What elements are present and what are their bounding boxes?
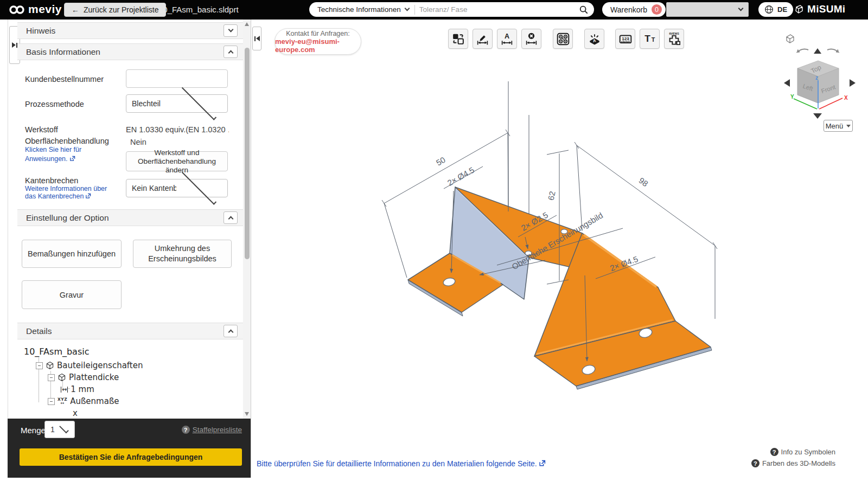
kantenbrechen-link-line1[interactable]: Weitere Informationen über xyxy=(25,185,107,192)
section-hinweis[interactable]: Hinweis xyxy=(17,22,243,39)
six-views-button[interactable]: 6VIEWS xyxy=(664,29,684,49)
section-basis-title: Basis Informationen xyxy=(26,47,224,57)
confirm-request-button[interactable]: Bestätigen Sie die Anfragebedingungen xyxy=(20,448,242,466)
arrow-left-icon: ← xyxy=(72,5,79,14)
menge-select[interactable]: 1 xyxy=(44,421,75,438)
model-viewport[interactable]: 50 2× Ø4.5 62 98 2× Ø2.5 Oberfläche Ersc… xyxy=(326,81,732,407)
section-details[interactable]: Details xyxy=(17,323,243,339)
cart-button[interactable]: Warenkorb 0 xyxy=(602,2,666,17)
triangle-left-icon xyxy=(256,36,260,41)
view-menu-button[interactable]: Menü xyxy=(824,120,853,132)
tree-collapse-box[interactable] xyxy=(36,362,43,369)
tree-collapse-box[interactable] xyxy=(48,398,55,405)
triangle-right-icon xyxy=(12,42,16,48)
scrollbar-thumb[interactable] xyxy=(245,48,250,259)
rotate-right-arrow[interactable] xyxy=(827,49,838,52)
rotate-up-arrow[interactable] xyxy=(814,48,821,54)
rotate-right-triangle[interactable] xyxy=(850,79,856,87)
canvas-collapse-handle[interactable] xyxy=(252,27,261,50)
tree-item-bauteileigenschaften[interactable]: Bauteileigenschaften xyxy=(36,361,143,370)
tree-item-label: Plattendicke xyxy=(69,373,119,382)
search-category-dropdown[interactable]: Technische Informationen xyxy=(309,5,414,14)
prozessmethode-select[interactable]: Blechteil xyxy=(126,94,228,113)
anweisungen-link-line2[interactable]: Anweisungen. xyxy=(25,155,75,163)
language-button[interactable]: DE xyxy=(758,2,793,17)
logo-text: meviy xyxy=(28,3,62,16)
header-select[interactable] xyxy=(666,2,749,17)
rotate-left-triangle[interactable] xyxy=(784,79,790,87)
tree-root[interactable]: 10_FAsm_basic xyxy=(24,346,90,357)
model-colors-link[interactable]: ? Farben des 3D-Modells xyxy=(738,459,835,467)
option-collapse-button[interactable] xyxy=(224,211,238,224)
question-icon: ? xyxy=(751,459,760,467)
replace-shape-icon xyxy=(451,32,465,46)
basis-collapse-button[interactable] xyxy=(224,46,238,58)
tree-collapse-box[interactable] xyxy=(48,374,55,381)
details-collapse-button[interactable] xyxy=(224,325,238,337)
section-option-title: Einstellung der Option xyxy=(26,213,224,223)
search-icon[interactable] xyxy=(579,5,589,15)
svg-text:A: A xyxy=(505,33,509,40)
umkehrung-line1: Umkehrung des xyxy=(155,243,210,254)
cube-icon xyxy=(46,361,54,370)
werkstoff-aendern-button[interactable]: Werkstoff und Oberflächenbehandlung ände… xyxy=(126,151,228,171)
oberflaeche-label: Oberflächenbehandlung xyxy=(25,137,109,145)
cart-count-badge: 0 xyxy=(652,4,662,15)
kantenbrechen-select[interactable]: Kein Kantenbrechen (K… xyxy=(126,179,228,197)
delete-dimension-button[interactable] xyxy=(521,29,541,49)
font-size-button[interactable]: T T xyxy=(640,29,660,49)
replace-shape-button[interactable] xyxy=(448,29,468,49)
kantenbrechen-link-line2[interactable]: das Kantenbrechen xyxy=(25,192,91,200)
hinweis-expand-button[interactable] xyxy=(224,24,238,37)
search-input[interactable] xyxy=(415,5,579,14)
contact-email-link[interactable]: meviy-eu@misumi-europe.com xyxy=(275,37,361,54)
iso-view-icon[interactable] xyxy=(787,35,794,43)
dim-width: 50 xyxy=(435,155,447,168)
rotate-left-arrow[interactable] xyxy=(797,49,808,52)
tree-item-plattendicke[interactable]: Plattendicke xyxy=(48,373,119,382)
section-option[interactable]: Einstellung der Option xyxy=(17,209,243,226)
info-symbols-link[interactable]: ? Info zu Symbolen xyxy=(738,448,835,456)
chevron-up-icon xyxy=(228,50,233,56)
sidebar-scrollbar[interactable] xyxy=(243,20,251,419)
contact-label: Kontakt für Anfragen: xyxy=(286,30,349,37)
scroll-down-arrow[interactable] xyxy=(245,412,249,416)
gravur-button[interactable]: Gravur xyxy=(22,280,122,309)
rotate-down-arrow[interactable] xyxy=(813,113,822,119)
language-label: DE xyxy=(777,5,787,14)
back-to-projects-button[interactable]: ← Zurück zur Projektliste xyxy=(64,3,166,17)
werkstoff-aendern-line2: Oberflächenbehandlung ändern xyxy=(126,157,227,175)
delete-dimension-icon xyxy=(525,32,538,46)
external-link-icon xyxy=(85,193,91,199)
chevron-up-icon xyxy=(228,216,233,222)
section-basis[interactable]: Basis Informationen xyxy=(17,43,243,60)
hole-pattern-button[interactable] xyxy=(553,29,573,49)
tree-item-x[interactable]: x xyxy=(73,408,78,418)
canvas-divider xyxy=(251,20,251,478)
misumi-brand: MiSUMi xyxy=(793,3,845,15)
edit-dimension-button[interactable] xyxy=(473,29,493,49)
tree-item-aussenmasse[interactable]: XYZ ↔ Außenmaße xyxy=(48,396,119,406)
meviy-logo-icon xyxy=(9,4,26,16)
view-navigation[interactable]: Top Left Front Y X z xyxy=(762,24,868,122)
materials-info-link[interactable]: Bitte überprüfen Sie für detaillierte In… xyxy=(257,459,546,468)
kundenbestellnummer-input[interactable] xyxy=(126,69,228,88)
svg-text:123: 123 xyxy=(622,36,629,41)
dim-height: 62 xyxy=(546,190,557,201)
umkehrung-button[interactable]: Umkehrung des Erscheinungsbildes xyxy=(133,240,232,268)
text-dimension-button[interactable]: A xyxy=(497,29,517,49)
triangle-down-icon xyxy=(846,125,851,127)
edit-dimension-icon xyxy=(476,32,489,46)
bemassungen-button[interactable]: Bemaßungen hinzufügen xyxy=(22,240,122,268)
section-details-title: Details xyxy=(26,326,224,336)
staffelpreisliste-link[interactable]: ? Staffelpreisliste xyxy=(182,426,242,434)
sheet-metal-part[interactable] xyxy=(408,187,712,389)
umkehrung-line2: Erscheinungsbildes xyxy=(148,254,216,264)
anweisungen-link-line1[interactable]: Klicken Sie hier für xyxy=(25,146,81,153)
measure-button[interactable]: 123 xyxy=(615,29,635,49)
engraving-button[interactable]: A xyxy=(584,29,604,49)
kantenbrechen-label: Kantenbrechen xyxy=(25,176,78,185)
tree-item-label: x xyxy=(73,408,78,418)
scroll-up-arrow[interactable] xyxy=(245,22,249,26)
tree-item-thickness[interactable]: ↔ 1 mm xyxy=(61,384,94,394)
